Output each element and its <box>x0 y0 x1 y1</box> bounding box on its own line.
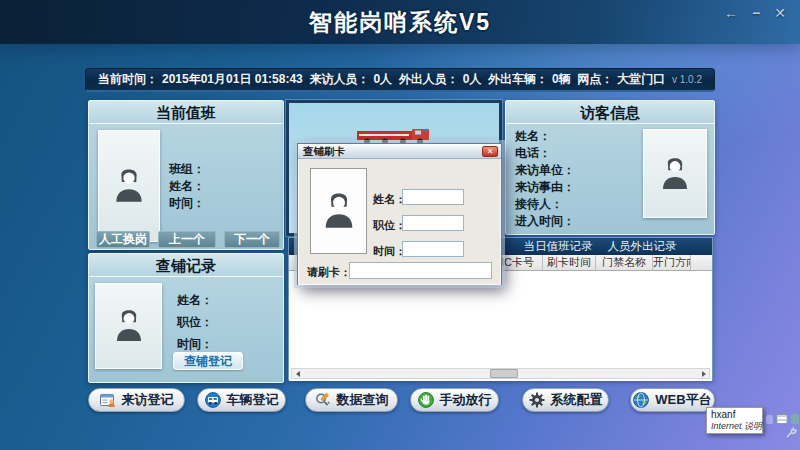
back-icon[interactable]: ← <box>724 5 738 21</box>
person-icon <box>110 167 148 205</box>
dialog-title: 查铺刷卡 <box>303 145 345 159</box>
keyboard-icon[interactable] <box>776 414 788 424</box>
column-header-door-name: 门禁名称 <box>596 255 653 271</box>
visitor-register-button[interactable]: 来访登记 <box>88 388 185 412</box>
bedcheck-swipe-dialog: 查铺刷卡 ✕ 姓名： 职位： 时间： 请刷卡： <box>297 143 502 285</box>
minimize-icon[interactable]: − <box>752 5 760 21</box>
tab-today-duty-records[interactable]: 当日值班记录 <box>517 238 599 255</box>
window-controls: ← − ✕ <box>724 5 786 21</box>
data-query-icon <box>315 392 331 408</box>
visitor-entry-time-label: 进入时间： <box>515 213 575 230</box>
duty-photo-placeholder <box>98 130 160 242</box>
bedcheck-photo-placeholder <box>95 283 162 369</box>
bedcheck-register-button[interactable]: 查铺登记 <box>173 352 243 370</box>
status-out-vehicles: 外出车辆： 0辆 <box>488 71 571 88</box>
duty-time-label: 时间： <box>169 195 205 212</box>
dialog-photo-placeholder <box>310 168 367 254</box>
visitor-name-label: 姓名： <box>515 128 551 145</box>
vehicle-register-icon <box>205 392 221 408</box>
ime-status-icon[interactable] <box>791 414 799 424</box>
visitor-register-icon <box>100 392 116 408</box>
dialog-swipe-label: 请刷卡： <box>307 265 351 280</box>
person-icon <box>319 191 359 231</box>
bedcheck-position-label: 职位： <box>177 314 213 331</box>
dialog-body: 姓名： 职位： 时间： 请刷卡： <box>298 159 501 285</box>
person-icon <box>657 156 693 192</box>
manual-release-button[interactable]: 手动放行 <box>410 388 499 412</box>
current-duty-panel: 当前值班 班组： 姓名： 时间： 人工换岗 上一个 下一个 <box>88 100 284 250</box>
visitor-info-panel: 访客信息 姓名： 电话： 来访单位： 来访事由： 接待人： 进入时间： <box>505 100 715 235</box>
column-header-door-direction: 开门方向 <box>653 255 691 271</box>
dialog-close-icon[interactable]: ✕ <box>482 146 498 157</box>
dialog-position-input[interactable] <box>402 215 464 231</box>
language-bar-desc: Internet 说明 <box>711 421 758 431</box>
scroll-right-icon[interactable] <box>698 369 709 378</box>
visitor-host-label: 接待人： <box>515 196 563 213</box>
bedcheck-time-label: 时间： <box>177 336 213 353</box>
status-bar: 当前时间： 2015年01月01日 01:58:43 来访人员： 0人 外出人员… <box>85 68 715 92</box>
dialog-title-bar[interactable]: 查铺刷卡 ✕ <box>298 144 501 159</box>
system-config-icon <box>529 392 545 408</box>
visitor-info-title: 访客信息 <box>506 101 714 124</box>
visitor-photo-placeholder <box>643 129 707 218</box>
data-query-button[interactable]: 数据查询 <box>305 388 398 412</box>
duty-team-label: 班组： <box>169 161 205 178</box>
bedcheck-title: 查铺记录 <box>89 254 283 277</box>
wrench-icon[interactable] <box>786 427 797 438</box>
app-window: 智能岗哨系统V5 ← − ✕ 当前时间： 2015年01月01日 01:58:4… <box>0 0 800 450</box>
duty-name-label: 姓名： <box>169 178 205 195</box>
visitor-phone-label: 电话： <box>515 145 551 162</box>
visitor-reason-label: 来访事由： <box>515 179 575 196</box>
ime-dots-icon[interactable] <box>766 415 773 424</box>
dialog-swipe-input[interactable] <box>349 262 492 279</box>
current-duty-title: 当前值班 <box>89 101 283 124</box>
person-icon <box>111 308 147 344</box>
status-current-time: 当前时间： 2015年01月01日 01:58:43 <box>98 71 303 88</box>
web-platform-button[interactable]: WEB平台 <box>630 388 715 412</box>
page-title: 智能岗哨系统V5 <box>0 7 800 38</box>
bedcheck-name-label: 姓名： <box>177 292 213 309</box>
language-bar-name: hxanf <box>711 409 758 421</box>
system-config-button[interactable]: 系统配置 <box>522 388 609 412</box>
scrollbar-thumb[interactable] <box>490 369 518 378</box>
column-header-swipe-time: 刷卡时间 <box>543 255 596 271</box>
tab-personnel-out-records[interactable]: 人员外出记录 <box>601 238 683 255</box>
dialog-time-input[interactable] <box>402 241 464 257</box>
next-button[interactable]: 下一个 <box>224 231 280 248</box>
status-visitors: 来访人员： 0人 <box>309 71 392 88</box>
status-out-people: 外出人员： 0人 <box>399 71 482 88</box>
vehicle-register-button[interactable]: 车辆登记 <box>197 388 286 412</box>
horizontal-scrollbar[interactable] <box>291 368 710 379</box>
version-label: v 1.0.2 <box>672 74 702 85</box>
manual-release-icon <box>418 392 434 408</box>
bedcheck-panel: 查铺记录 姓名： 职位： 时间： 查铺登记 <box>88 253 284 383</box>
previous-button[interactable]: 上一个 <box>158 231 216 248</box>
dialog-name-input[interactable] <box>402 189 464 205</box>
column-header-spare <box>691 255 712 271</box>
language-bar-tooltip: hxanf Internet 说明 <box>706 407 763 434</box>
web-platform-icon <box>633 392 649 408</box>
visitor-company-label: 来访单位： <box>515 162 575 179</box>
manual-shift-button[interactable]: 人工换岗 <box>96 231 150 248</box>
status-site: 网点： 大堂门口 <box>577 71 665 88</box>
scroll-left-icon[interactable] <box>292 369 303 378</box>
close-icon[interactable]: ✕ <box>774 5 786 21</box>
